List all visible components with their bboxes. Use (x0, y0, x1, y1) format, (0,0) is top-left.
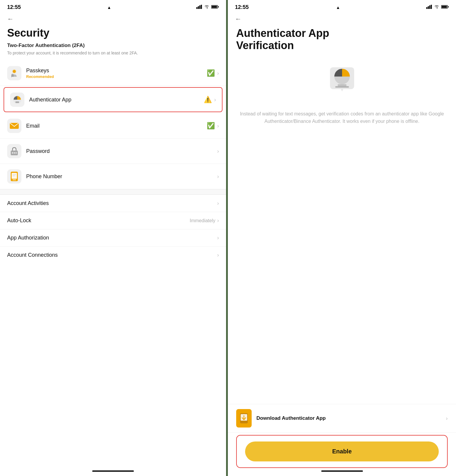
download-label: Download Authenticator App (256, 415, 326, 421)
password-label: Password (26, 148, 217, 154)
location-icon-left: ▲ (107, 5, 111, 10)
autolock-label: Auto-Lock (7, 217, 190, 224)
authenticator-icon (10, 93, 24, 107)
svg-point-8 (13, 70, 16, 73)
svg-rect-22 (426, 7, 427, 9)
page-title-right: Authenticator App Verification (228, 24, 456, 54)
battery-icon-left (211, 4, 219, 10)
activities-label: Account Activities (7, 200, 217, 206)
auth-app-illustration (323, 62, 361, 101)
status-icons-left (196, 4, 219, 10)
email-chevron: › (217, 123, 219, 129)
wifi-icon-right (434, 4, 439, 10)
menu-item-autolock[interactable]: Auto-Lock Immediately › (0, 212, 226, 229)
list-item-email[interactable]: Email ✅ › (0, 113, 226, 139)
email-icon (7, 119, 21, 133)
back-button-left[interactable]: ← (0, 12, 226, 24)
passkeys-info: Passkeys Recommended (26, 68, 207, 79)
back-button-right[interactable]: ← (228, 12, 456, 24)
download-row[interactable]: Download Authenticator App › (228, 404, 456, 433)
svg-rect-27 (442, 6, 447, 8)
appauth-label: App Authorization (7, 235, 217, 241)
passkeys-status: ✅ (207, 69, 215, 77)
enable-button[interactable]: Enable (245, 441, 439, 461)
battery-icon-right (441, 4, 449, 10)
list-item-password[interactable]: Password › (0, 139, 226, 164)
signal-icon-left (196, 4, 202, 10)
email-label: Email (26, 123, 207, 129)
autolock-chevron: › (217, 217, 219, 224)
status-bar-left: 12:55 ▲ (0, 0, 226, 12)
svg-marker-33 (341, 89, 343, 91)
svg-point-16 (15, 152, 17, 154)
svg-rect-19 (12, 179, 16, 180)
connections-chevron: › (217, 252, 219, 258)
svg-rect-32 (335, 86, 349, 87)
email-status: ✅ (207, 122, 215, 130)
home-indicator-right (321, 470, 363, 472)
twofa-label: Two-Factor Authentication (2FA) (0, 41, 226, 50)
list-item-passkeys[interactable]: Passkeys Recommended ✅ › (0, 61, 226, 86)
autolock-value: Immediately (190, 218, 215, 223)
svg-rect-24 (429, 5, 430, 9)
svg-rect-6 (218, 6, 219, 7)
svg-rect-25 (431, 5, 432, 9)
phone-icon (7, 169, 21, 184)
svg-rect-31 (338, 84, 346, 86)
home-indicator-left (92, 470, 134, 472)
authenticator-label: Authenticator App (29, 97, 204, 103)
password-icon (7, 144, 21, 158)
passkeys-label: Passkeys (26, 68, 207, 74)
svg-rect-11 (15, 101, 19, 103)
right-panel: 12:55 ▲ ← Authenticator App Verification (228, 0, 456, 476)
download-icon (236, 409, 252, 428)
passkeys-icon (7, 66, 21, 80)
svg-rect-20 (12, 174, 16, 175)
status-bar-right: 12:55 ▲ (228, 0, 456, 12)
svg-rect-21 (12, 176, 15, 176)
time-right: 12:55 (235, 4, 249, 10)
authenticator-chevron: › (214, 97, 216, 103)
phone-label: Phone Number (26, 173, 217, 180)
svg-point-15 (14, 152, 15, 154)
time-left: 12:55 (7, 4, 21, 10)
download-chevron: › (446, 415, 448, 422)
list-item-authenticator[interactable]: Authenticator App ⚠️ › (4, 87, 222, 112)
svg-rect-5 (212, 6, 217, 8)
location-icon-right: ▲ (336, 5, 340, 10)
passkeys-chevron: › (217, 70, 219, 76)
status-icons-right (426, 4, 449, 10)
connections-label: Account Connections (7, 252, 217, 258)
svg-rect-28 (448, 6, 449, 7)
illustration-area (228, 54, 456, 107)
svg-rect-1 (198, 6, 199, 9)
svg-rect-0 (196, 7, 198, 9)
list-item-phone[interactable]: Phone Number › (0, 164, 226, 189)
authenticator-status: ⚠️ (204, 96, 212, 104)
signal-icon-right (426, 4, 432, 10)
password-chevron: › (217, 148, 219, 154)
activities-chevron: › (217, 200, 219, 206)
twofa-desc: To protect your account, it is recommend… (0, 50, 226, 61)
phone-chevron: › (217, 173, 219, 180)
description-text: Instead of waiting for text messages, ge… (228, 107, 456, 134)
left-panel: 12:55 ▲ ← Security Two-Factor Authentica… (0, 0, 228, 476)
svg-rect-23 (428, 6, 429, 9)
section-gap-1 (0, 189, 226, 195)
menu-item-connections[interactable]: Account Connections › (0, 246, 226, 264)
wifi-icon-left (204, 4, 209, 10)
svg-point-14 (12, 152, 13, 154)
passkeys-sublabel: Recommended (26, 74, 207, 79)
svg-rect-3 (201, 5, 202, 9)
svg-rect-2 (199, 5, 200, 9)
enable-button-wrapper: Enable (236, 435, 448, 468)
appauth-chevron: › (217, 235, 219, 241)
menu-item-appauth[interactable]: App Authorization › (0, 229, 226, 246)
menu-item-activities[interactable]: Account Activities › (0, 195, 226, 212)
page-title-left: Security (0, 24, 226, 41)
